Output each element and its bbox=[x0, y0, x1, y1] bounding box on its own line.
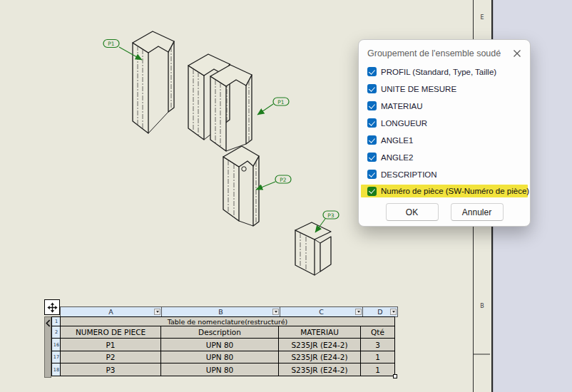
dialog-buttons: OK Annuler bbox=[359, 203, 530, 221]
detail-circle bbox=[242, 167, 246, 171]
checkbox-label: DESCRIPTION bbox=[381, 170, 437, 179]
table-move-handle[interactable] bbox=[44, 299, 60, 315]
table-cell[interactable]: S235JR (E24-2) bbox=[279, 363, 360, 376]
column-header-c[interactable]: C bbox=[280, 307, 362, 316]
checkbox-row-materiau[interactable]: MATERIAU bbox=[359, 100, 530, 111]
column-letter: C bbox=[319, 308, 324, 316]
table-cell[interactable]: 1 bbox=[361, 351, 394, 363]
balloon-p1-b[interactable]: P1 bbox=[257, 98, 289, 115]
dropdown-arrow-icon[interactable] bbox=[355, 309, 362, 315]
header-cell[interactable]: Qté bbox=[361, 326, 394, 338]
channel-part-p3[interactable] bbox=[295, 222, 331, 275]
dropdown-arrow-icon[interactable] bbox=[390, 309, 397, 315]
balloon-p2[interactable]: P2 bbox=[256, 175, 291, 190]
dialog-title: Groupement de l'ensemble soudé bbox=[367, 48, 501, 58]
checkbox-label: UNITE DE MESURE bbox=[381, 85, 456, 93]
zone-label-top: E bbox=[480, 14, 484, 21]
balloon-label: P2 bbox=[280, 177, 287, 183]
checkbox-row-angle1[interactable]: ANGLE1 bbox=[359, 135, 530, 145]
weldment-grouping-dialog: Groupement de l'ensemble soudé PROFIL (S… bbox=[358, 39, 531, 227]
checkbox-row-longueur[interactable]: LONGUEUR bbox=[359, 118, 530, 128]
table-title-cell[interactable]: Table de nomenclature(restructuré) bbox=[61, 317, 394, 326]
table-cell[interactable]: 3 bbox=[361, 339, 394, 351]
column-header-a[interactable]: A bbox=[61, 307, 161, 316]
checkbox-row-angle2[interactable]: ANGLE2 bbox=[359, 152, 530, 163]
close-button[interactable] bbox=[511, 48, 523, 59]
channel-part-p1-a[interactable] bbox=[133, 31, 174, 133]
balloon-label: P3 bbox=[327, 212, 334, 219]
checkbox-checked-icon[interactable] bbox=[367, 101, 377, 110]
checkbox-row-numero-de-piece[interactable]: Numéro de pièce (SW-Numéro de pièce) bbox=[361, 185, 528, 197]
table-cell[interactable]: UPN 80 bbox=[161, 363, 278, 376]
checkbox-row-unite[interactable]: UNITE DE MESURE bbox=[359, 83, 530, 94]
column-letter: D bbox=[377, 308, 382, 316]
header-cell[interactable]: MATERIAU bbox=[279, 326, 360, 338]
checkbox-label: ANGLE2 bbox=[381, 153, 413, 162]
table-resize-handle[interactable] bbox=[393, 374, 397, 378]
checkbox-row-description[interactable]: DESCRIPTION bbox=[359, 169, 530, 180]
zone-label-bottom: B bbox=[480, 303, 484, 309]
table-cell[interactable]: S235JR (E24-2) bbox=[279, 339, 360, 351]
channel-part-p1-c[interactable] bbox=[210, 65, 252, 151]
checkbox-checked-icon[interactable] bbox=[367, 187, 377, 196]
column-header-b[interactable]: B bbox=[162, 307, 280, 316]
checkbox-checked-icon[interactable] bbox=[367, 84, 377, 93]
ok-button[interactable]: OK bbox=[386, 203, 439, 221]
dropdown-arrow-icon[interactable] bbox=[272, 309, 279, 315]
bom-table-body: Table de nomenclature(restructuré) NUMER… bbox=[60, 316, 395, 376]
checkbox-checked-icon[interactable] bbox=[367, 170, 377, 179]
table-cell[interactable]: UPN 80 bbox=[161, 351, 278, 363]
header-cell[interactable]: Description bbox=[161, 326, 278, 338]
chevron-left-icon bbox=[46, 319, 51, 327]
table-side-grip[interactable] bbox=[44, 316, 51, 378]
balloon-label: P1 bbox=[277, 99, 285, 105]
checkbox-label: ANGLE1 bbox=[381, 136, 413, 145]
cancel-button[interactable]: Annuler bbox=[451, 203, 504, 221]
x-icon bbox=[513, 49, 521, 58]
table-cell[interactable]: P1 bbox=[61, 339, 160, 351]
move-cross-icon bbox=[47, 302, 58, 313]
table-cell[interactable]: S235JR (E24-2) bbox=[279, 351, 360, 363]
checkbox-label: Numéro de pièce (SW-Numéro de pièce) bbox=[381, 187, 529, 195]
dropdown-arrow-icon[interactable] bbox=[154, 309, 160, 315]
checkbox-checked-icon[interactable] bbox=[367, 67, 377, 76]
channel-part-p2[interactable] bbox=[223, 146, 259, 226]
balloon-label: P1 bbox=[108, 41, 115, 47]
header-cell[interactable]: NUMERO DE PIECE bbox=[61, 326, 160, 338]
checkbox-checked-icon[interactable] bbox=[367, 135, 377, 145]
dialog-header: Groupement de l'ensemble soudé bbox=[359, 40, 530, 65]
table-cell[interactable]: UPN 80 bbox=[161, 339, 278, 351]
column-letter-row: A B C D bbox=[60, 306, 398, 317]
table-cell[interactable]: 1 bbox=[361, 363, 394, 376]
column-header-d[interactable]: D bbox=[363, 307, 397, 316]
checkbox-label: LONGUEUR bbox=[381, 119, 427, 128]
checkbox-list: PROFIL (Standard, Type, Taille) UNITE DE… bbox=[359, 65, 530, 197]
checkbox-label: MATERIAU bbox=[381, 102, 423, 110]
checkbox-row-profil[interactable]: PROFIL (Standard, Type, Taille) bbox=[359, 66, 530, 77]
checkbox-checked-icon[interactable] bbox=[367, 118, 377, 128]
checkbox-checked-icon[interactable] bbox=[367, 153, 377, 162]
checkbox-label: PROFIL (Standard, Type, Taille) bbox=[381, 68, 496, 76]
table-cell[interactable]: P3 bbox=[61, 363, 160, 376]
column-letter: B bbox=[218, 308, 223, 316]
table-cell[interactable]: P2 bbox=[61, 351, 160, 363]
column-letter: A bbox=[108, 308, 113, 316]
